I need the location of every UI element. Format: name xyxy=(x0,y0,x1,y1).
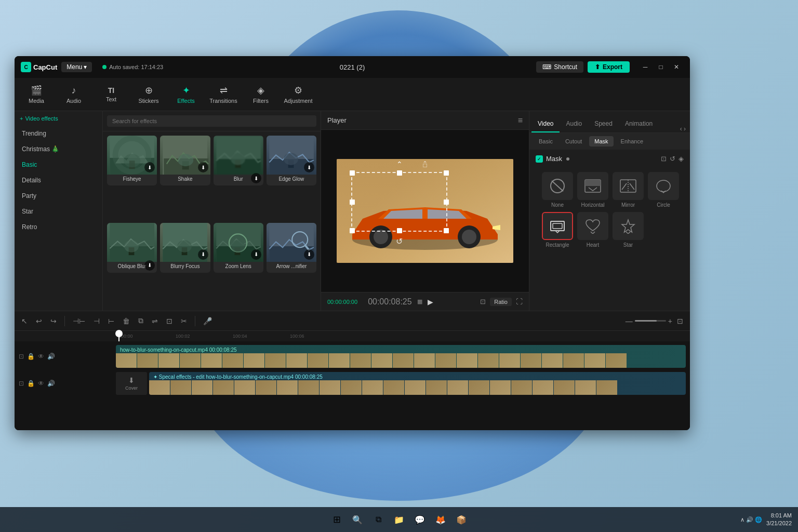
category-christmas[interactable]: Christmas 🎄 xyxy=(15,141,102,157)
playhead[interactable] xyxy=(118,331,119,341)
track2-icon-eye[interactable]: 👁 xyxy=(38,380,44,387)
effect-fisheye[interactable]: ⬇ Fisheye xyxy=(107,136,157,185)
effect-edge-glow[interactable]: ⬇ Edge Glow xyxy=(267,136,316,185)
mask-handle-tr[interactable] xyxy=(444,170,449,176)
taskbar-taskview[interactable]: ⧉ xyxy=(369,510,388,529)
mask-option-horizontal[interactable]: Horizontal xyxy=(577,172,608,208)
track2-icon-audio[interactable]: 🔊 xyxy=(47,380,55,387)
download-arrow-magnifier[interactable]: ⬇ xyxy=(304,249,314,260)
taskbar-store[interactable]: 📦 xyxy=(452,510,471,529)
taskbar-search[interactable]: 🔍 xyxy=(348,510,367,529)
cut-tool[interactable]: ✂ xyxy=(178,315,190,327)
effect-blurry-focus[interactable]: ⬇ Blurry Focus xyxy=(160,223,210,273)
track2-icon-lock[interactable]: 🔒 xyxy=(27,380,35,387)
sub-tab-cutout[interactable]: Cutout xyxy=(560,136,587,147)
download-blurry-focus[interactable]: ⬇ xyxy=(198,249,208,260)
mirror-tool[interactable]: ⇌ xyxy=(149,315,161,327)
shortcut-button[interactable]: ⌨ Shortcut xyxy=(536,61,583,73)
toolbar-media[interactable]: 🎬 Media xyxy=(19,81,54,109)
mask-handle-rm[interactable] xyxy=(444,200,449,205)
maximize-button[interactable]: □ xyxy=(654,60,668,74)
sub-tab-enhance[interactable]: Enhance xyxy=(616,136,648,147)
mask-handle-tm[interactable] xyxy=(397,170,402,176)
tab-speed[interactable]: Speed xyxy=(588,116,619,132)
mask-undo-icon[interactable]: ↺ xyxy=(670,155,675,163)
taskbar-chat[interactable]: 💬 xyxy=(410,510,429,529)
mask-option-mirror[interactable]: Mirror xyxy=(613,172,644,208)
category-details[interactable]: Details xyxy=(15,172,102,188)
mask-option-star[interactable]: Star xyxy=(613,212,644,248)
toolbar-text[interactable]: TI Text xyxy=(94,81,129,109)
mask-handle-br[interactable] xyxy=(444,228,449,233)
category-star[interactable]: Star xyxy=(15,204,102,219)
mask-rotate-handle[interactable]: ⌃ xyxy=(396,160,403,168)
zoom-out[interactable]: — xyxy=(626,317,633,325)
track-icon-screen[interactable]: ⊡ xyxy=(19,353,24,360)
toolbar-filters[interactable]: ◈ Filters xyxy=(243,81,278,109)
copy-tool[interactable]: ⧉ xyxy=(136,315,146,327)
category-retro[interactable]: Retro xyxy=(15,219,102,235)
player-menu-icon[interactable]: ≡ xyxy=(518,116,523,125)
toolbar-adjustment[interactable]: ⚙ Adjustment xyxy=(281,81,316,109)
zoom-in[interactable]: + xyxy=(668,317,672,325)
tab-animation[interactable]: Animation xyxy=(619,116,659,132)
mask-handle-bm[interactable] xyxy=(397,228,402,233)
fullscreen-icon[interactable]: ⛶ xyxy=(516,298,523,305)
sub-tab-mask[interactable]: Mask xyxy=(589,136,613,147)
mask-checkbox[interactable]: ✓ xyxy=(536,155,543,163)
track-icon-lock[interactable]: 🔒 xyxy=(27,353,35,360)
download-oblique-blur[interactable]: ⬇ xyxy=(144,260,155,271)
download-zoom-lens[interactable]: ⬇ xyxy=(251,249,261,260)
video-effects-header[interactable]: + Video effects xyxy=(15,111,102,126)
split-tool[interactable]: ⊣⊢ xyxy=(70,315,88,327)
fit-tool[interactable]: ⊡ xyxy=(674,315,686,327)
effect-zoom-lens[interactable]: ⬇ Zoom Lens xyxy=(214,223,263,273)
select-tool[interactable]: ↖ xyxy=(19,315,30,327)
minimize-button[interactable]: ─ xyxy=(638,60,653,74)
zoom-slider[interactable] xyxy=(635,320,666,322)
taskbar-start[interactable]: ⊞ xyxy=(327,510,346,529)
mask-option-none[interactable]: None xyxy=(542,172,573,208)
sub-tab-basic[interactable]: Basic xyxy=(534,136,558,147)
toolbar-effects[interactable]: ✦ Effects xyxy=(168,81,204,109)
trim-left[interactable]: ⊣ xyxy=(91,315,102,327)
mask-handle-lm[interactable] xyxy=(350,200,355,205)
category-basic[interactable]: Basic xyxy=(15,157,102,172)
ratio-button[interactable]: Ratio xyxy=(490,298,512,306)
tab-video[interactable]: Video xyxy=(531,116,560,132)
tab-audio[interactable]: Audio xyxy=(560,116,588,132)
download-edge-glow[interactable]: ⬇ xyxy=(304,162,314,172)
mask-copy-icon[interactable]: ⊡ xyxy=(661,155,667,163)
track-icon-eye[interactable]: 👁 xyxy=(38,353,44,360)
playhead-marker[interactable] xyxy=(115,330,123,337)
effect-oblique-blur[interactable]: ⬇ Oblique Blur xyxy=(107,223,157,273)
mic-tool[interactable]: 🎤 xyxy=(201,315,215,327)
close-button[interactable]: ✕ xyxy=(669,60,684,74)
mask-option-heart[interactable]: Heart xyxy=(577,212,608,248)
mask-overlay[interactable]: ⌃ ↺ xyxy=(351,172,447,232)
mask-option-rectangle[interactable]: Rectangle xyxy=(542,212,573,248)
track-icon-audio[interactable]: 🔊 xyxy=(47,353,55,360)
more-tabs-icon[interactable]: ‹ › xyxy=(678,125,688,132)
mask-option-circle[interactable]: Circle xyxy=(648,172,679,208)
trim-right[interactable]: ⊢ xyxy=(105,315,117,327)
crop-icon[interactable]: ⊡ xyxy=(480,298,486,305)
effect-blur[interactable]: ⬇ Blur xyxy=(214,136,263,185)
track-content-video1[interactable]: how-to-blur-something-on-capcut.mp4 00:0… xyxy=(116,345,686,368)
download-shake[interactable]: ⬇ xyxy=(198,162,208,172)
effects-search-input[interactable] xyxy=(107,115,316,127)
toolbar-audio[interactable]: ♪ Audio xyxy=(56,81,91,109)
mask-center-icon[interactable]: ↺ xyxy=(396,236,403,246)
taskbar-browser[interactable]: 🦊 xyxy=(431,510,450,529)
undo-tool[interactable]: ↩ xyxy=(33,315,45,327)
download-blur[interactable]: ⬇ xyxy=(251,173,261,183)
toolbar-transitions[interactable]: ⇌ Transitions xyxy=(206,81,241,109)
category-party[interactable]: Party xyxy=(15,188,102,204)
play-button[interactable]: ▶ xyxy=(428,298,433,306)
taskbar-explorer[interactable]: 📁 xyxy=(390,510,408,529)
mask-handle-tl[interactable] xyxy=(350,170,355,176)
export-button[interactable]: ⬆ Export xyxy=(588,61,630,73)
crop-tool[interactable]: ⊡ xyxy=(164,315,175,327)
redo-tool[interactable]: ↪ xyxy=(48,315,59,327)
delete-tool[interactable]: 🗑 xyxy=(120,315,132,327)
